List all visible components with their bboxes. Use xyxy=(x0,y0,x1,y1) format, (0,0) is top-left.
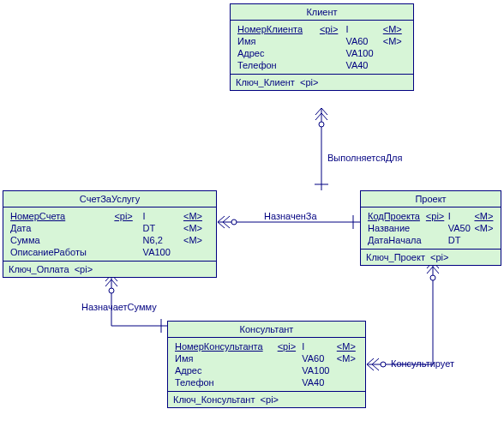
entity-project-key: Ключ_Проект <pi> xyxy=(361,250,501,265)
attr-row: ТелефонVA40 xyxy=(173,376,360,388)
attr-row: КодПроекта<pi>I<M> xyxy=(366,210,495,222)
attr-row: НомерКонсультанта<pi>I<M> xyxy=(173,340,360,352)
entity-invoice-key: Ключ_Оплата <pi> xyxy=(3,262,216,277)
attr-row: ДатаНачалаDT xyxy=(366,234,495,246)
entity-client-key: Ключ_Клиент <pi> xyxy=(231,75,413,90)
entity-invoice-title: СчетЗаУслугу xyxy=(3,191,216,207)
entity-consultant-title: Консультант xyxy=(168,322,365,338)
rel-invoice-project: НазначенЗа xyxy=(264,211,317,221)
entity-client: Клиент НомерКлиента<pi>I<M> ИмяVA60<M> А… xyxy=(230,3,414,91)
attr-row: СуммаN6,2<M> xyxy=(9,234,211,246)
svg-point-8 xyxy=(109,288,114,293)
svg-point-12 xyxy=(381,362,386,367)
rel-invoice-consultant: НазначаетСумму xyxy=(81,302,157,312)
attr-row: НазваниеVA50<M> xyxy=(366,222,495,234)
entity-project-attrs: КодПроекта<pi>I<M> НазваниеVA50<M> ДатаН… xyxy=(361,207,501,250)
entity-client-attrs: НомерКлиента<pi>I<M> ИмяVA60<M> АдресVA1… xyxy=(231,21,413,75)
entity-consultant-attrs: НомерКонсультанта<pi>I<M> ИмяVA60<M> Адр… xyxy=(168,338,365,392)
entity-project-title: Проект xyxy=(361,191,501,207)
entity-client-title: Клиент xyxy=(231,4,413,21)
entity-invoice-attrs: НомерСчета<pi>I<M> ДатаDT<M> СуммаN6,2<M… xyxy=(3,207,216,262)
attr-row: НомерСчета<pi>I<M> xyxy=(9,210,211,222)
attr-row: ОписаниеРаботыVA100 xyxy=(9,246,211,258)
entity-consultant-key: Ключ_Консультант <pi> xyxy=(168,392,365,407)
svg-point-1 xyxy=(319,122,324,127)
svg-point-4 xyxy=(231,220,237,225)
entity-project: Проект КодПроекта<pi>I<M> НазваниеVA50<M… xyxy=(360,190,501,266)
attr-row: ИмяVA60<M> xyxy=(236,35,408,47)
entity-consultant: Консультант НомерКонсультанта<pi>I<M> Им… xyxy=(167,321,366,408)
rel-client-project: ВыполняетсяДля xyxy=(327,153,402,163)
attr-row: НомерКлиента<pi>I<M> xyxy=(236,23,408,35)
attr-row: АдресVA100 xyxy=(173,364,360,376)
entity-invoice: СчетЗаУслугу НомерСчета<pi>I<M> ДатаDT<M… xyxy=(3,190,217,278)
attr-row: ИмяVA60<M> xyxy=(173,352,360,364)
svg-point-13 xyxy=(430,275,435,280)
attr-row: АдресVA100 xyxy=(236,47,408,59)
attr-row: ТелефонVA40 xyxy=(236,59,408,71)
rel-consultant-project: Консультирует xyxy=(391,358,454,369)
attr-row: ДатаDT<M> xyxy=(9,222,211,234)
